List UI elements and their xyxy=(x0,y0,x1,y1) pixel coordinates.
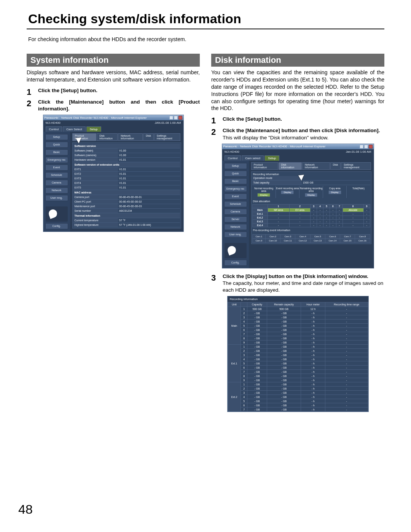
subtab-product-info[interactable]: Product information xyxy=(251,162,278,170)
side-usermng[interactable]: User mng. xyxy=(224,232,247,238)
close-icon[interactable] xyxy=(369,145,373,149)
side-emergency[interactable]: Emergency rec xyxy=(45,157,68,163)
table-cell: - xyxy=(325,315,368,320)
minimize-icon[interactable] xyxy=(169,116,173,120)
table-cell: - GB xyxy=(247,387,267,391)
step-number-3: 3 xyxy=(211,273,223,282)
table-cell: - h xyxy=(301,332,325,336)
help-balloon-icon xyxy=(46,206,68,222)
close-icon[interactable] xyxy=(178,116,182,120)
tab-control[interactable]: Control xyxy=(225,155,241,161)
system-info-desc: Displays software and hardware versions,… xyxy=(27,69,200,83)
table-cell: - GB xyxy=(247,370,267,374)
side-camera[interactable]: Camera xyxy=(224,209,247,215)
table-cell: - GB xyxy=(267,391,301,395)
page-title: Checking system/disk information xyxy=(28,11,384,26)
subtab-disk-info[interactable]: Disk information xyxy=(97,133,118,141)
disk-step2-note: This will display the "Disk information"… xyxy=(223,134,384,141)
step-number-2: 2 xyxy=(27,99,38,108)
table-cell: - GB xyxy=(247,349,267,353)
table-cell: 6 xyxy=(241,328,247,332)
table-cell: - xyxy=(325,349,368,353)
side-setup[interactable]: Setup xyxy=(45,134,68,140)
side-basic[interactable]: Basic xyxy=(45,149,68,155)
recinfo-label: Recording information xyxy=(252,173,370,176)
table-cell: 3 xyxy=(241,315,247,320)
model-label: WJ-HD400 xyxy=(225,150,239,153)
subtab-disk-info[interactable]: Disk information xyxy=(279,162,302,170)
step-number-1: 1 xyxy=(27,87,38,96)
unit-cell: Ext.1 xyxy=(228,345,241,382)
intro-text: For checking information about the HDDs … xyxy=(28,36,384,42)
side-quick[interactable]: Quick xyxy=(45,142,68,148)
subtab-network-info[interactable]: Network information xyxy=(302,162,330,170)
side-usermng[interactable]: User mng. xyxy=(45,195,68,201)
table-cell: 1 xyxy=(241,382,247,387)
display-button[interactable]: Display xyxy=(305,193,318,197)
tab-cam-select[interactable]: Cam select xyxy=(242,155,264,161)
table-cell: - h xyxy=(301,353,325,357)
side-camera[interactable]: Camera xyxy=(45,180,68,186)
cursor-icon xyxy=(77,136,85,145)
side-config[interactable]: Config. xyxy=(224,260,247,266)
table-cell: - GB xyxy=(247,332,267,336)
table-cell: - GB xyxy=(267,387,301,391)
table-cell: - GB xyxy=(267,366,301,370)
table-cell: - h xyxy=(301,378,325,382)
table-cell: - GB xyxy=(247,361,267,366)
disk-alloc-table: 123456789 MainNR areaEV area-----Allocat… xyxy=(252,204,370,227)
table-cell: - GB xyxy=(267,395,301,399)
camera-grid: Cam.1Cam.2Cam.3Cam.4 Cam.5Cam.6Cam.7Cam.… xyxy=(252,234,370,243)
table-cell: 8 xyxy=(241,374,247,378)
card-normal-rec: Normal recording areaDisplay xyxy=(252,186,276,198)
table-cell: - xyxy=(325,345,368,349)
minimize-icon[interactable] xyxy=(360,145,363,149)
maximize-icon[interactable] xyxy=(174,116,178,120)
tab-cam-select[interactable]: Cam Select xyxy=(63,126,85,132)
table-cell: - GB xyxy=(267,407,301,412)
table-cell: 4 xyxy=(241,320,247,324)
subtab-settings-mgmt[interactable]: Settings management xyxy=(154,133,181,141)
subtab-settings-mgmt[interactable]: Settings management xyxy=(341,162,371,170)
subtab-network-info[interactable]: Network information xyxy=(118,133,143,141)
display-button[interactable]: Display xyxy=(257,193,270,197)
table-cell: 1 xyxy=(241,345,247,349)
side-basic[interactable]: Basic xyxy=(224,178,247,184)
clock-label: JAN.01.08 1:00 AM xyxy=(155,121,181,125)
help-balloon-icon xyxy=(225,243,247,258)
tab-setup[interactable]: Setup xyxy=(264,155,279,161)
side-event[interactable]: Event xyxy=(45,165,68,171)
display-button[interactable]: Display xyxy=(328,190,341,194)
side-quick[interactable]: Quick xyxy=(224,171,247,177)
tab-control[interactable]: Control xyxy=(46,126,62,132)
table-cell: - xyxy=(325,387,368,391)
maximize-icon[interactable] xyxy=(364,145,368,149)
table-cell: - GB xyxy=(267,345,301,349)
side-event[interactable]: Event xyxy=(224,193,247,200)
table-cell: - GB xyxy=(247,391,267,395)
side-server[interactable]: Server xyxy=(224,216,247,222)
recording-info-table: Unit Capacity Remain capacity Hour meter… xyxy=(228,302,368,412)
side-schedule[interactable]: Schedule xyxy=(224,201,247,207)
table-cell: - GB xyxy=(267,320,301,324)
table-cell: - xyxy=(325,391,368,395)
table-cell: - h xyxy=(301,395,325,399)
subtab-disk[interactable]: Disk xyxy=(330,162,341,170)
side-network[interactable]: Network xyxy=(224,224,247,230)
tab-setup[interactable]: Setup xyxy=(86,126,101,132)
table-cell: 2 xyxy=(241,349,247,353)
table-cell: - h xyxy=(301,311,325,315)
subtab-disk[interactable]: Disk xyxy=(143,133,154,141)
disk-step3: Click the [Display] button on the [Disk … xyxy=(223,273,384,280)
table-cell: - GB xyxy=(267,370,301,374)
card-copy: Copy areaDisplay xyxy=(323,186,347,198)
side-emergency[interactable]: Emergency rec xyxy=(224,186,247,192)
display-button[interactable]: Display xyxy=(281,190,294,194)
table-cell: - h xyxy=(301,345,325,349)
side-menu: Setup Quick Basic Emergency rec Event Sc… xyxy=(222,161,249,268)
side-schedule[interactable]: Schedule xyxy=(45,172,68,178)
side-setup[interactable]: Setup xyxy=(224,163,247,169)
side-config[interactable]: Config. xyxy=(45,223,68,229)
side-network[interactable]: Network xyxy=(45,187,68,193)
disk-info-heading: Disk information xyxy=(211,54,384,67)
